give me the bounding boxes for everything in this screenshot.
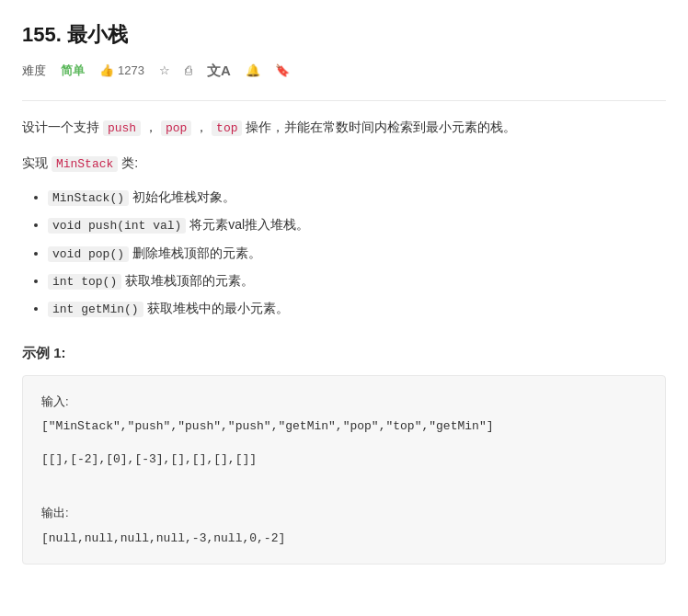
output-value: [null,null,null,null,-3,null,0,-2] — [41, 528, 647, 549]
push-code: push — [103, 120, 141, 136]
difficulty-value: 简单 — [61, 62, 85, 81]
minstack-code: MinStack — [52, 156, 118, 172]
bell-icon: 🔔 — [246, 62, 260, 81]
method-push: void push(int val) — [48, 218, 186, 234]
difficulty-label: 难度 — [22, 62, 46, 81]
method-top: int top() — [48, 274, 121, 290]
output-label: 输出: — [41, 502, 647, 523]
divider — [22, 100, 666, 101]
page-title: 155. 最小栈 — [22, 18, 666, 51]
implement-line: 实现 MinStack 类: — [22, 153, 666, 175]
share-button[interactable]: ⎙ — [185, 62, 192, 81]
list-item: MinStack() 初始化堆栈对象。 — [48, 187, 666, 209]
bookmark-icon: 🔖 — [275, 62, 290, 81]
meta-row: 难度 简单 👍 1273 ☆ ⎙ 文A 🔔 🔖 — [22, 60, 666, 82]
list-item: int getMin() 获取堆栈中的最小元素。 — [48, 298, 666, 320]
example-box: 输入: ["MinStack","push","push","push","ge… — [22, 375, 666, 565]
share-icon: ⎙ — [185, 62, 192, 81]
pop-code: pop — [161, 120, 191, 136]
method-pop: void pop() — [48, 246, 129, 262]
bell-button[interactable]: 🔔 — [246, 62, 260, 81]
method-list: MinStack() 初始化堆栈对象。 void push(int val) 将… — [22, 187, 666, 319]
list-item: int top() 获取堆栈顶部的元素。 — [48, 270, 666, 292]
input-label: 输入: — [41, 391, 647, 412]
like-button[interactable]: 👍 1273 — [99, 62, 144, 81]
input-line1: ["MinStack","push","push","push","getMin… — [41, 416, 647, 437]
list-item: void push(int val) 将元素val推入堆栈。 — [48, 214, 666, 236]
description-intro: 设计一个支持 push ， pop ， top 操作，并能在常数时间内检索到最小… — [22, 116, 666, 139]
top-code: top — [212, 120, 242, 136]
bookmark-button[interactable]: 🔖 — [275, 62, 290, 81]
list-item: void pop() 删除堆栈顶部的元素。 — [48, 243, 666, 265]
star-button[interactable]: ☆ — [159, 62, 170, 81]
star-icon: ☆ — [159, 62, 170, 81]
like-count: 1273 — [118, 62, 144, 81]
example-title: 示例 1: — [22, 342, 666, 364]
like-icon: 👍 — [99, 62, 114, 81]
method-minstack: MinStack() — [48, 190, 129, 206]
input-line2: [[],[-2],[0],[-3],[],[],[],[]] — [41, 449, 647, 470]
translate-icon: 文A — [207, 60, 231, 82]
method-getmin: int getMin() — [48, 302, 143, 317]
translate-button[interactable]: 文A — [207, 60, 231, 82]
